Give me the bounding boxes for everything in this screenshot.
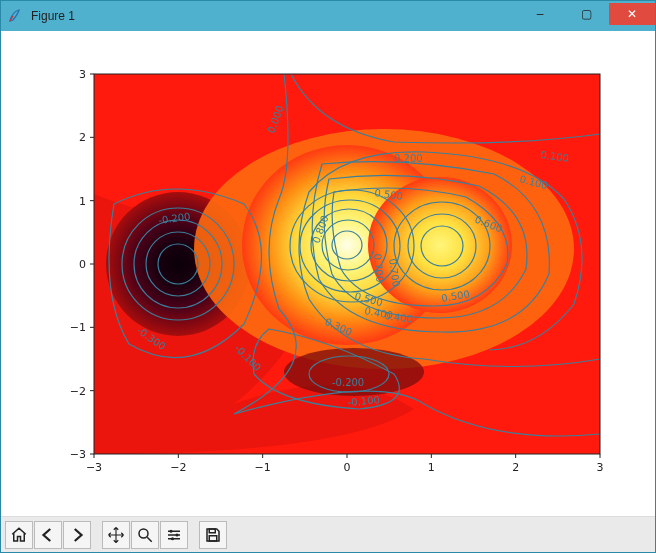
svg-point-61 bbox=[139, 529, 148, 538]
toolbar-zoom-button[interactable] bbox=[131, 521, 159, 549]
arrow-left-icon bbox=[39, 526, 57, 544]
sliders-icon bbox=[165, 526, 183, 544]
toolbar-save-button[interactable] bbox=[199, 521, 227, 549]
svg-text:0: 0 bbox=[79, 258, 86, 271]
titlebar: Figure 1 – ▢ ✕ bbox=[1, 1, 655, 31]
svg-text:−3: −3 bbox=[86, 461, 102, 474]
svg-text:0.200: 0.200 bbox=[394, 153, 423, 164]
plot-wrapper: 0.000 0.200 0.100 0.500 -0.200 0.600 0.7… bbox=[9, 39, 647, 516]
svg-point-62 bbox=[170, 529, 173, 532]
svg-text:−2: −2 bbox=[170, 461, 186, 474]
tk-feather-icon bbox=[7, 8, 23, 24]
svg-rect-66 bbox=[209, 535, 217, 540]
toolbar-configure-button[interactable] bbox=[160, 521, 188, 549]
svg-text:3: 3 bbox=[597, 461, 604, 474]
svg-text:2: 2 bbox=[512, 461, 519, 474]
matplotlib-toolbar bbox=[1, 516, 655, 552]
zoom-icon bbox=[136, 526, 154, 544]
svg-text:−2: −2 bbox=[70, 385, 86, 398]
svg-text:−1: −1 bbox=[70, 321, 86, 334]
maximize-button[interactable]: ▢ bbox=[563, 3, 609, 25]
home-icon bbox=[10, 526, 28, 544]
svg-point-63 bbox=[176, 533, 179, 536]
window-title: Figure 1 bbox=[31, 9, 75, 23]
maximize-icon: ▢ bbox=[581, 7, 592, 21]
minimize-icon: – bbox=[537, 7, 544, 21]
svg-text:3: 3 bbox=[79, 68, 86, 81]
svg-text:-0.200: -0.200 bbox=[332, 377, 364, 388]
svg-text:−1: −1 bbox=[255, 461, 271, 474]
axes[interactable]: 0.000 0.200 0.100 0.500 -0.200 0.600 0.7… bbox=[94, 74, 600, 454]
close-icon: ✕ bbox=[627, 7, 637, 21]
toolbar-forward-button[interactable] bbox=[63, 521, 91, 549]
svg-rect-65 bbox=[209, 529, 215, 533]
toolbar-pan-button[interactable] bbox=[102, 521, 130, 549]
svg-text:0: 0 bbox=[344, 461, 351, 474]
move-icon bbox=[107, 526, 125, 544]
svg-text:1: 1 bbox=[428, 461, 435, 474]
toolbar-home-button[interactable] bbox=[5, 521, 33, 549]
svg-text:2: 2 bbox=[79, 131, 86, 144]
figure-canvas-area: 0.000 0.200 0.100 0.500 -0.200 0.600 0.7… bbox=[1, 31, 655, 516]
window-frame: Figure 1 – ▢ ✕ bbox=[0, 0, 656, 553]
save-icon bbox=[204, 526, 222, 544]
minimize-button[interactable]: – bbox=[517, 3, 563, 25]
svg-point-64 bbox=[171, 537, 174, 540]
svg-text:−3: −3 bbox=[70, 448, 86, 461]
toolbar-back-button[interactable] bbox=[34, 521, 62, 549]
figure-svg: 0.000 0.200 0.100 0.500 -0.200 0.600 0.7… bbox=[9, 39, 647, 516]
svg-text:1: 1 bbox=[79, 195, 86, 208]
arrow-right-icon bbox=[68, 526, 86, 544]
close-button[interactable]: ✕ bbox=[609, 3, 655, 25]
